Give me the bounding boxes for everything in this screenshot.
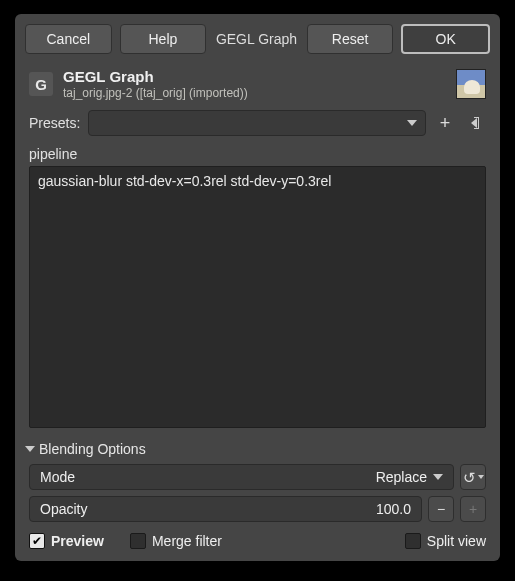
chevron-down-icon [25, 446, 35, 452]
help-label: Help [148, 31, 177, 47]
minus-icon: − [437, 501, 445, 517]
header-subtitle: taj_orig.jpg-2 ([taj_orig] (imported)) [63, 86, 248, 100]
cancel-button[interactable]: Cancel [25, 24, 112, 54]
preview-checkbox[interactable]: ✔ [29, 533, 45, 549]
header-title: GEGL Graph [63, 68, 248, 85]
cancel-label: Cancel [47, 31, 91, 47]
pipeline-textarea[interactable] [29, 166, 486, 428]
reset-button[interactable]: Reset [307, 24, 394, 54]
split-view-checkbox[interactable] [405, 533, 421, 549]
opacity-increase-button[interactable]: + [460, 496, 486, 522]
pipeline-label: pipeline [15, 140, 500, 166]
plus-icon: + [469, 501, 477, 517]
ok-button[interactable]: OK [401, 24, 490, 54]
chevron-down-icon [433, 474, 443, 480]
merge-filter-label: Merge filter [152, 533, 222, 549]
chevron-down-icon [478, 475, 484, 479]
opacity-slider[interactable]: Opacity 100.0 [29, 496, 422, 522]
dialog-title: GEGL Graph [214, 24, 299, 54]
ok-label: OK [436, 31, 456, 47]
reset-label: Reset [332, 31, 369, 47]
chevron-down-icon [407, 120, 417, 126]
help-button[interactable]: Help [120, 24, 207, 54]
mode-reset-button[interactable]: ↺ [460, 464, 486, 490]
mode-selector[interactable]: Mode Replace [29, 464, 454, 490]
preset-manage-icon [471, 117, 479, 129]
split-view-label: Split view [427, 533, 486, 549]
presets-combo[interactable] [88, 110, 426, 136]
opacity-label: Opacity [40, 501, 87, 517]
blending-options-label: Blending Options [39, 441, 146, 457]
reset-icon: ↺ [463, 470, 476, 485]
preset-manage-button[interactable] [464, 112, 486, 134]
plus-icon: + [440, 114, 451, 132]
opacity-decrease-button[interactable]: − [428, 496, 454, 522]
mode-value: Replace [376, 469, 427, 485]
gegl-icon: G [29, 72, 53, 96]
preview-label: Preview [51, 533, 104, 549]
blending-options-toggle[interactable]: Blending Options [15, 431, 500, 461]
mode-label: Mode [40, 469, 75, 485]
preset-add-button[interactable]: + [434, 112, 456, 134]
image-thumbnail[interactable] [456, 69, 486, 99]
opacity-value: 100.0 [376, 501, 411, 517]
merge-filter-checkbox[interactable] [130, 533, 146, 549]
presets-label: Presets: [29, 115, 80, 131]
